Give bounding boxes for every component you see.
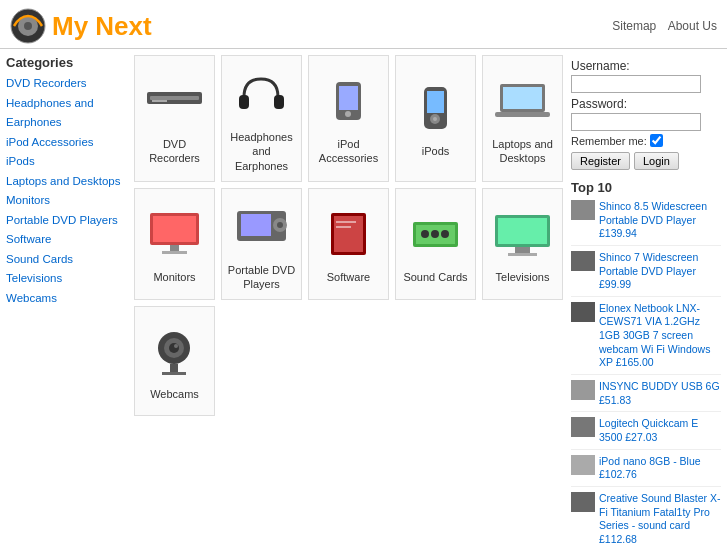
sidebar-link[interactable]: iPod Accessories: [6, 133, 126, 153]
sidebar-item[interactable]: iPods: [6, 152, 126, 172]
top10-section: Top 10 Shinco 8.5 Widescreen Portable DV…: [571, 180, 721, 545]
logo-text: My Next: [52, 11, 152, 42]
top10-thumbnail: [571, 200, 595, 220]
top10-thumbnail: [571, 455, 595, 475]
sidebar-link[interactable]: DVD Recorders: [6, 74, 126, 94]
sidebar-link[interactable]: Software: [6, 230, 126, 250]
product-label: Televisions: [496, 270, 550, 284]
register-button[interactable]: Register: [571, 152, 630, 170]
top10-item[interactable]: Shinco 8.5 Widescreen Portable DVD Playe…: [571, 200, 721, 246]
sidebar-link[interactable]: Webcams: [6, 289, 126, 309]
sidebar-item[interactable]: Monitors: [6, 191, 126, 211]
top10-item[interactable]: Creative Sound Blaster X-Fi Titanium Fat…: [571, 492, 721, 545]
product-label: Webcams: [150, 387, 199, 401]
svg-rect-43: [170, 364, 178, 372]
product-cell[interactable]: DVD Recorders: [134, 55, 215, 182]
top10-text[interactable]: iPod nano 8GB - Blue £102.76: [599, 455, 721, 482]
top10-text[interactable]: Shinco 8.5 Widescreen Portable DVD Playe…: [599, 200, 721, 241]
sidebar-item[interactable]: Webcams: [6, 289, 126, 309]
product-label: Laptops and Desktops: [487, 137, 558, 166]
product-image: [227, 64, 297, 124]
product-cell[interactable]: iPods: [395, 55, 476, 182]
sidebar-link[interactable]: Televisions: [6, 269, 126, 289]
password-input[interactable]: [571, 113, 701, 131]
product-label: iPods: [422, 144, 450, 158]
product-image: [314, 204, 384, 264]
svg-rect-36: [498, 218, 547, 244]
product-grid: DVD RecordersHeadphones and EarphonesiPo…: [134, 55, 563, 416]
sidebar-item[interactable]: Headphones and Earphones: [6, 94, 126, 133]
svg-point-10: [345, 111, 351, 117]
product-cell[interactable]: Televisions: [482, 188, 563, 301]
svg-rect-23: [241, 214, 271, 236]
username-label: Username:: [571, 59, 721, 73]
svg-rect-28: [336, 221, 356, 223]
sidebar-item[interactable]: DVD Recorders: [6, 74, 126, 94]
top10-text[interactable]: Shinco 7 Widescreen Portable DVD Player …: [599, 251, 721, 292]
product-cell[interactable]: Sound Cards: [395, 188, 476, 301]
sidebar-item[interactable]: iPod Accessories: [6, 133, 126, 153]
product-cell[interactable]: Headphones and Earphones: [221, 55, 302, 182]
top10-item[interactable]: Elonex Netbook LNX-CEWS71 VIA 1.2GHz 1GB…: [571, 302, 721, 375]
svg-rect-29: [336, 226, 351, 228]
username-input[interactable]: [571, 75, 701, 93]
product-cell[interactable]: iPod Accessories: [308, 55, 389, 182]
top10-text[interactable]: Creative Sound Blaster X-Fi Titanium Fat…: [599, 492, 721, 545]
sidebar-item[interactable]: Televisions: [6, 269, 126, 289]
product-image: [140, 204, 210, 264]
top10-item[interactable]: Logitech Quickcam E 3500 £27.03: [571, 417, 721, 449]
sidebar-link[interactable]: Sound Cards: [6, 250, 126, 270]
product-image: [140, 321, 210, 381]
top10-list: Shinco 8.5 Widescreen Portable DVD Playe…: [571, 200, 721, 545]
sidebar-item[interactable]: Sound Cards: [6, 250, 126, 270]
sidebar-item[interactable]: Laptops and Desktops: [6, 172, 126, 192]
product-image: [140, 71, 210, 131]
svg-rect-7: [274, 95, 284, 109]
sidebar-link[interactable]: Laptops and Desktops: [6, 172, 126, 192]
svg-rect-37: [515, 247, 530, 253]
main-content: DVD RecordersHeadphones and EarphonesiPo…: [134, 55, 563, 545]
product-label: DVD Recorders: [139, 137, 210, 166]
top10-item[interactable]: Shinco 7 Widescreen Portable DVD Player …: [571, 251, 721, 297]
top10-text[interactable]: Logitech Quickcam E 3500 £27.03: [599, 417, 721, 444]
sidebar-item[interactable]: Portable DVD Players: [6, 211, 126, 231]
sidebar-link[interactable]: Portable DVD Players: [6, 211, 126, 231]
sitemap-link[interactable]: Sitemap: [612, 19, 656, 33]
login-button[interactable]: Login: [634, 152, 679, 170]
product-cell[interactable]: Laptops and Desktops: [482, 55, 563, 182]
svg-point-2: [24, 22, 32, 30]
sidebar-item[interactable]: Software: [6, 230, 126, 250]
svg-point-14: [433, 117, 437, 121]
product-cell[interactable]: Portable DVD Players: [221, 188, 302, 301]
product-cell[interactable]: Software: [308, 188, 389, 301]
top10-text[interactable]: Elonex Netbook LNX-CEWS71 VIA 1.2GHz 1GB…: [599, 302, 721, 370]
sidebar-link[interactable]: Headphones and Earphones: [6, 94, 126, 133]
top10-item[interactable]: INSYNC BUDDY USB 6G £51.83: [571, 380, 721, 412]
header: My Next Sitemap About Us: [0, 0, 727, 49]
top10-text[interactable]: INSYNC BUDDY USB 6G £51.83: [599, 380, 721, 407]
product-label: Headphones and Earphones: [226, 130, 297, 173]
login-box: Username: Password: Remember me: Registe…: [571, 59, 721, 170]
top10-item[interactable]: iPod nano 8GB - Blue £102.76: [571, 455, 721, 487]
remember-checkbox[interactable]: [650, 134, 663, 147]
svg-rect-21: [162, 251, 187, 254]
categories-heading: Categories: [6, 55, 126, 70]
product-cell[interactable]: Monitors: [134, 188, 215, 301]
sidebar-link[interactable]: iPods: [6, 152, 126, 172]
svg-point-25: [277, 222, 283, 228]
svg-rect-6: [239, 95, 249, 109]
svg-rect-38: [508, 253, 537, 256]
svg-rect-4: [150, 96, 199, 100]
svg-point-34: [441, 230, 449, 238]
logo-icon: [10, 8, 46, 44]
top10-thumbnail: [571, 492, 595, 512]
product-label: Monitors: [153, 270, 195, 284]
product-label: Portable DVD Players: [226, 263, 297, 292]
product-label: Software: [327, 270, 370, 284]
logo[interactable]: My Next: [10, 8, 152, 44]
svg-point-42: [174, 344, 178, 348]
top10-thumbnail: [571, 417, 595, 437]
sidebar-link[interactable]: Monitors: [6, 191, 126, 211]
about-link[interactable]: About Us: [668, 19, 717, 33]
product-cell[interactable]: Webcams: [134, 306, 215, 416]
